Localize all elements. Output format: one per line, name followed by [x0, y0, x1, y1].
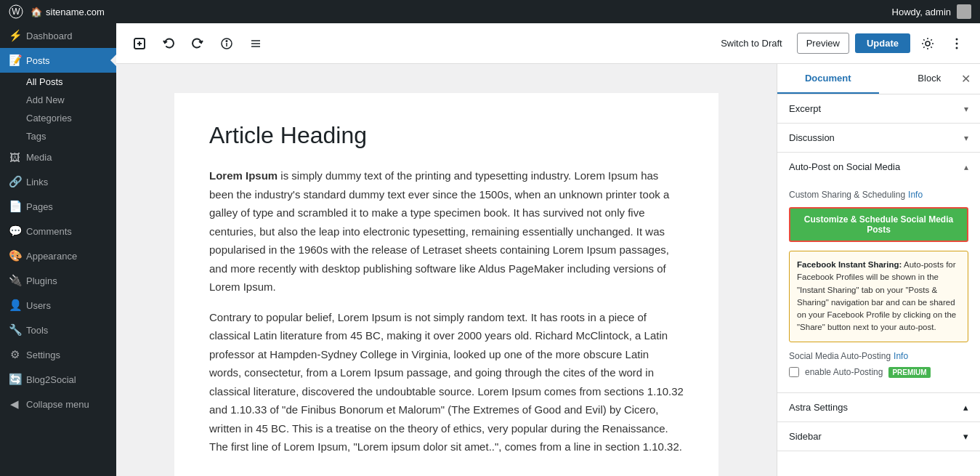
sidebar-item-label: Blog2Social [26, 374, 76, 385]
facebook-info-text: Auto-posts for Facebook Profiles will be… [797, 260, 956, 331]
sidebar-item-label: Settings [26, 350, 60, 360]
panel-sidebar-label: Sidebar [789, 431, 822, 442]
sidebar-item-appearance[interactable]: 🎨 Appearance [0, 243, 116, 268]
list-view-button[interactable] [244, 32, 267, 55]
panel-sidebar-section: Sidebar ▾ [777, 422, 980, 451]
avatar [957, 4, 971, 19]
sidebar-item-settings[interactable]: ⚙ Settings [0, 342, 116, 367]
facebook-info-box: Facebook Instant Sharing: Auto-posts for… [789, 251, 968, 342]
sidebar-item-label: Users [26, 300, 51, 311]
sidebar-item-label: Media [26, 152, 52, 163]
editor-area: Switch to Draft Preview Update [116, 23, 980, 476]
custom-sharing-label: Custom Sharing & Scheduling [789, 190, 905, 200]
article-paragraph-1: Lorem Ipsum is simply dummy text of the … [209, 166, 684, 297]
sidebar-item-label: Pages [26, 201, 53, 212]
astra-label: Astra Settings [789, 402, 848, 413]
blog2social-icon: 🔄 [9, 373, 20, 386]
custom-sharing-row: Custom Sharing & Scheduling Info [789, 190, 968, 200]
sidebar-item-label: Dashboard [26, 31, 73, 41]
svg-text:W: W [12, 7, 20, 17]
svg-point-11 [926, 41, 930, 46]
premium-badge: PREMIUM [888, 367, 930, 378]
editor-content: Article Heading Lorem Ipsum is simply du… [116, 64, 980, 476]
appearance-icon: 🎨 [9, 249, 20, 262]
sidebar-sub-all-posts[interactable]: All Posts [0, 73, 116, 91]
admin-bar: W 🏠 sitename.com Howdy, admin [0, 0, 980, 23]
sidebar-item-pages[interactable]: 📄 Pages [0, 194, 116, 219]
enable-autopost-checkbox[interactable] [789, 367, 799, 377]
excerpt-chevron-down-icon: ▾ [964, 104, 968, 114]
site-name: sitename.com [46, 7, 105, 17]
admin-bar-right: Howdy, admin [892, 4, 971, 19]
sidebar-item-label: Comments [26, 226, 72, 237]
sidebar-item-links[interactable]: 🔗 Links [0, 169, 116, 194]
sidebar-chevron-down-icon: ▾ [963, 431, 968, 442]
article-heading[interactable]: Article Heading [209, 122, 684, 149]
sidebar-item-posts[interactable]: 📝 Posts [0, 48, 116, 73]
sidebar-item-users[interactable]: 👤 Users [0, 293, 116, 318]
social-autopost-info-link[interactable]: Info [894, 351, 908, 361]
article-paragraph-2: Contrary to popular belief, Lorem Ipsum … [209, 308, 684, 456]
autopost-content: Custom Sharing & Scheduling Info Customi… [777, 181, 980, 392]
sidebar-item-label: Plugins [26, 275, 57, 286]
svg-point-13 [956, 42, 958, 44]
editor-toolbar: Switch to Draft Preview Update [116, 23, 980, 64]
sidebar-collapse[interactable]: ◀ Collapse menu [0, 392, 116, 416]
right-panel: Document Block ✕ Excerpt ▾ Discussion ▾ [777, 64, 980, 476]
update-button[interactable]: Update [855, 33, 910, 53]
enable-autopost-row: enable Auto-Posting PREMIUM [789, 367, 968, 378]
admin-bar-left: W 🏠 sitename.com [9, 4, 105, 19]
excerpt-label: Excerpt [789, 103, 821, 114]
social-autopost-row: Social Media Auto-Posting Info [789, 351, 968, 361]
links-icon: 🔗 [9, 175, 20, 188]
switch-to-draft-button[interactable]: Switch to Draft [712, 33, 791, 53]
sidebar-sub-add-new[interactable]: Add New [0, 91, 116, 109]
customize-schedule-button[interactable]: Customize & Schedule Social Media Posts [789, 207, 968, 242]
discussion-label: Discussion [789, 132, 835, 143]
toolbar-left [128, 32, 267, 55]
users-icon: 👤 [9, 299, 20, 312]
svg-point-12 [956, 38, 958, 40]
admin-bar-site[interactable]: 🏠 sitename.com [31, 7, 105, 17]
article-bold: Lorem Ipsum [209, 169, 278, 182]
preview-button[interactable]: Preview [797, 33, 849, 54]
undo-button[interactable] [157, 32, 180, 55]
sidebar-sub-categories[interactable]: Categories [0, 109, 116, 127]
excerpt-section: Excerpt ▾ [777, 94, 980, 124]
sidebar-item-dashboard[interactable]: ⚡ Dashboard [0, 23, 116, 48]
social-autopost-label: Social Media Auto-Posting [789, 351, 891, 361]
astra-settings-section: Astra Settings ▴ [777, 393, 980, 422]
article-para-1-text: is simply dummy text of the printing and… [209, 169, 669, 293]
sidebar-item-label: Collapse menu [26, 399, 89, 410]
autopost-label: Auto-Post on Social Media [789, 161, 900, 172]
sidebar-item-label: Links [26, 177, 48, 187]
discussion-chevron-down-icon: ▾ [964, 133, 968, 143]
autopost-chevron-up-icon: ▴ [964, 162, 968, 172]
custom-sharing-info-link[interactable]: Info [908, 190, 923, 200]
add-block-button[interactable] [128, 32, 151, 55]
sidebar-item-label: Appearance [26, 251, 77, 262]
sidebar-item-blog2social[interactable]: 🔄 Blog2Social [0, 367, 116, 392]
collapse-icon: ◀ [9, 398, 20, 411]
astra-chevron-up-icon: ▴ [963, 402, 968, 413]
sidebar-item-plugins[interactable]: 🔌 Plugins [0, 268, 116, 293]
sidebar-item-tools[interactable]: 🔧 Tools [0, 318, 116, 342]
discussion-section-header[interactable]: Discussion ▾ [777, 124, 980, 152]
more-options-button[interactable] [945, 32, 968, 55]
tab-document[interactable]: Document [777, 64, 879, 94]
astra-settings-header[interactable]: Astra Settings ▴ [777, 393, 980, 421]
excerpt-section-header[interactable]: Excerpt ▾ [777, 94, 980, 123]
info-button[interactable] [215, 32, 238, 55]
media-icon: 🖼 [9, 151, 20, 164]
redo-button[interactable] [186, 32, 209, 55]
sidebar-item-comments[interactable]: 💬 Comments [0, 219, 116, 243]
close-panel-button[interactable]: ✕ [957, 70, 974, 87]
svg-point-14 [956, 47, 958, 49]
sidebar-item-media[interactable]: 🖼 Media [0, 145, 116, 169]
toolbar-right: Switch to Draft Preview Update [712, 32, 968, 55]
panel-sidebar-header[interactable]: Sidebar ▾ [777, 422, 980, 451]
tools-icon: 🔧 [9, 323, 20, 336]
settings-button[interactable] [916, 32, 939, 55]
autopost-section-header[interactable]: Auto-Post on Social Media ▴ [777, 153, 980, 181]
sidebar-sub-tags[interactable]: Tags [0, 127, 116, 145]
